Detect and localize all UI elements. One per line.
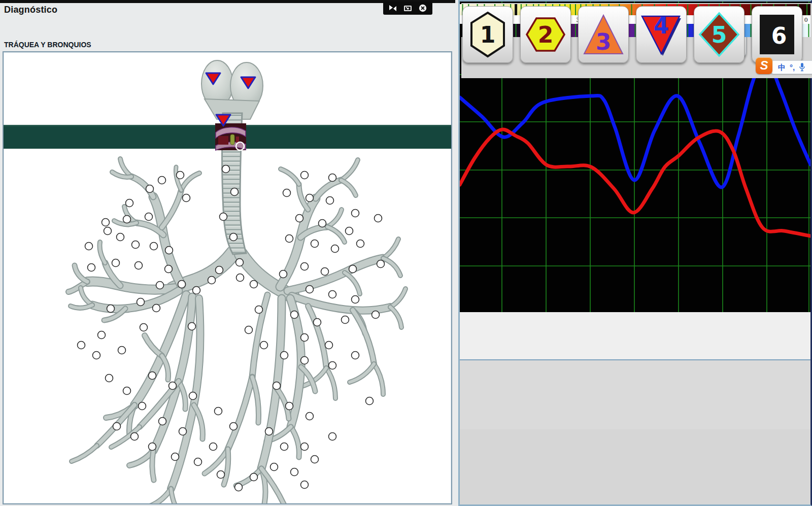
anatomy-point-marker[interactable] [230,423,238,430]
anatomy-point-marker[interactable] [179,428,187,435]
anatomy-point-marker[interactable] [149,372,156,380]
anatomy-point-marker[interactable] [329,433,336,441]
anatomy-point-marker[interactable] [270,463,278,471]
larynx-inset-image[interactable] [215,123,246,150]
anatomy-point-marker[interactable] [107,305,115,313]
anatomy-point-marker[interactable] [102,219,110,226]
anatomy-point-marker[interactable] [145,213,153,221]
anatomy-point-marker[interactable] [131,433,139,441]
anatomy-point-marker[interactable] [329,362,336,369]
anatomy-point-marker[interactable] [352,296,359,303]
shape-button-4[interactable]: 4 [636,6,687,63]
anatomy-point-marker[interactable] [280,271,287,278]
anatomy-point-marker[interactable] [331,245,339,253]
anatomy-point-marker[interactable] [216,266,223,274]
anatomy-point-marker[interactable] [150,243,158,250]
anatomy-point-marker[interactable] [146,185,154,193]
anatomy-point-marker[interactable] [342,316,349,324]
anatomy-point-marker[interactable] [306,413,314,420]
anatomy-point-marker[interactable] [250,281,258,288]
anatomy-point-marker[interactable] [321,268,329,276]
anatomy-point-marker[interactable] [85,243,93,250]
anatomy-point-marker[interactable] [117,233,124,241]
anatomy-point-marker[interactable] [217,471,225,479]
anatomy-point-marker[interactable] [375,215,382,222]
anatomy-point-marker[interactable] [357,240,364,248]
anatomy-point-marker[interactable] [93,352,100,359]
anatomy-point-marker[interactable] [352,210,359,217]
anatomy-point-marker[interactable] [260,342,268,349]
anatomy-point-marker[interactable] [208,277,216,284]
anatomy-point-marker[interactable] [156,282,164,289]
anatomy-point-marker[interactable] [372,311,380,319]
shape-button-2[interactable]: 2 [520,6,571,63]
anatomy-point-marker[interactable] [329,291,336,298]
anatomy-point-marker[interactable] [255,306,263,314]
anatomy-point-marker[interactable] [231,188,239,196]
anatomy-point-marker[interactable] [194,458,202,466]
anatomy-point-marker[interactable] [319,220,326,227]
close-icon[interactable] [419,4,427,12]
anatomy-point-marker[interactable] [245,326,253,334]
anatomy-point-marker[interactable] [140,324,148,331]
anatomy-point-marker[interactable] [250,474,258,481]
anatomy-point-marker[interactable] [172,453,179,461]
anatomy-point-marker[interactable] [314,319,321,326]
anatomy-point-marker[interactable] [193,287,200,294]
anatomy-point-marker[interactable] [139,402,146,410]
anatomy-point-marker[interactable] [301,172,309,179]
anatomy-point-marker[interactable] [210,443,217,451]
anatomy-point-marker[interactable] [281,443,288,451]
anatomy-point-marker[interactable] [183,194,190,202]
anatomy-point-marker[interactable] [296,215,303,222]
anatomy-point-marker[interactable] [235,484,243,491]
anatomy-point-marker[interactable] [106,375,113,382]
anatomy-point-marker[interactable] [189,392,197,400]
anatomy-point-marker[interactable] [366,397,374,405]
anatomy-point-marker[interactable] [283,189,291,197]
anatomy-point-marker[interactable] [112,259,120,267]
anatomy-point-marker[interactable] [118,347,126,354]
anatomy-point-marker[interactable] [178,281,186,288]
restore-icon[interactable] [403,5,412,12]
anatomy-point-marker[interactable] [220,213,227,221]
anatomy-point-marker[interactable] [159,418,166,425]
anatomy-point-marker[interactable] [325,342,333,349]
anatomy-point-marker[interactable] [291,311,298,319]
anatomy-point-marker[interactable] [153,305,160,312]
anatomy-point-marker[interactable] [236,259,244,266]
anatomy-point-marker[interactable] [346,227,353,235]
anatomy-point-marker[interactable] [126,199,133,207]
anatomy-point-marker[interactable] [98,331,106,339]
anatomy-point-marker[interactable] [135,262,143,269]
anatomy-point-marker[interactable] [104,227,112,235]
ime-logo[interactable]: S [756,57,772,74]
anatomy-point-marker[interactable] [123,387,131,395]
shape-button-6[interactable]: 6 [752,6,802,63]
anatomy-point-marker[interactable] [301,357,309,364]
anatomy-point-marker[interactable] [349,265,357,273]
anatomy-point-marker[interactable] [88,264,95,272]
collapse-icon[interactable] [389,5,397,12]
shape-button-5[interactable]: 5 [694,6,745,63]
anatomy-point-marker[interactable] [188,323,196,330]
anatomy-point-marker[interactable] [281,352,288,359]
shape-button-1[interactable]: 1 [462,6,513,63]
anatomy-point-marker[interactable] [149,443,156,451]
anatomy-point-marker[interactable] [78,342,85,349]
ime-punctuation-toggle[interactable]: °, [790,63,795,71]
anatomy-point-marker[interactable] [236,274,244,282]
anatomy-point-marker[interactable] [306,286,314,293]
anatomy-point-marker[interactable] [215,408,222,415]
anatomy-point-marker[interactable] [158,177,166,184]
anatomy-point-marker[interactable] [273,382,281,390]
anatomy-point-marker[interactable] [222,165,230,173]
anatomy-point-marker[interactable] [301,334,309,342]
anatomy-point-marker[interactable] [169,382,177,390]
anatomy-point-marker[interactable] [311,456,319,463]
anatomy-point-marker[interactable] [137,298,145,306]
anatomy-point-marker[interactable] [301,481,309,489]
anatomy-point-marker[interactable] [165,265,173,273]
anatomy-point-marker[interactable] [113,423,121,430]
anatomy-point-marker[interactable] [177,172,184,179]
